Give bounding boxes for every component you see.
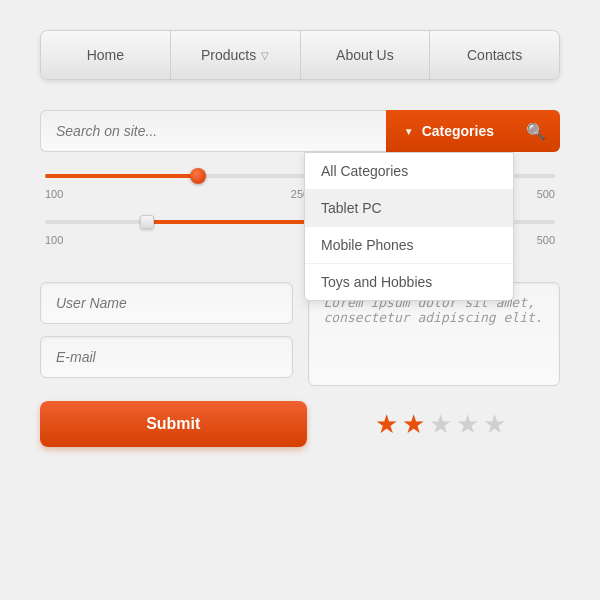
slider1-max-label: 500 <box>537 188 555 200</box>
nav-about[interactable]: About Us <box>301 31 431 79</box>
search-row: ▼ Categories 🔍 <box>40 110 560 152</box>
bottom-row: Submit ★ ★ ★ ★ ★ <box>40 401 560 447</box>
search-button[interactable]: 🔍 <box>512 110 560 152</box>
nav-products-label: Products <box>201 47 256 63</box>
slider2-max-label: 500 <box>537 234 555 246</box>
submit-label: Submit <box>146 415 200 432</box>
slider1-min-label: 100 <box>45 188 63 200</box>
chevron-down-icon: ▽ <box>261 50 269 61</box>
username-input[interactable] <box>40 282 293 324</box>
categories-label: Categories <box>422 123 494 139</box>
slider2-min-label: 100 <box>45 234 63 246</box>
nav-products[interactable]: Products ▽ <box>171 31 301 79</box>
dropdown-item-all[interactable]: All Categories <box>305 153 513 190</box>
email-input[interactable] <box>40 336 293 378</box>
nav-about-label: About Us <box>336 47 394 63</box>
navigation: Home Products ▽ About Us Contacts <box>40 30 560 80</box>
star-4[interactable]: ★ <box>456 411 479 437</box>
dropdown-item-toys[interactable]: Toys and Hobbies <box>305 264 513 300</box>
slider2-thumb-left[interactable] <box>140 215 154 229</box>
dropdown-item-label: All Categories <box>321 163 408 179</box>
dropdown-item-tablet[interactable]: Tablet PC <box>305 190 513 227</box>
search-icon: 🔍 <box>526 122 546 141</box>
dropdown-item-label: Toys and Hobbies <box>321 274 432 290</box>
dropdown-item-label: Tablet PC <box>321 200 382 216</box>
form-left <box>40 282 293 386</box>
dropdown-item-mobile[interactable]: Mobile Phones <box>305 227 513 264</box>
categories-button[interactable]: ▼ Categories <box>386 110 512 152</box>
nav-home[interactable]: Home <box>41 31 171 79</box>
categories-dropdown: All Categories Tablet PC Mobile Phones T… <box>304 152 514 301</box>
star-3[interactable]: ★ <box>429 411 452 437</box>
submit-button[interactable]: Submit <box>40 401 307 447</box>
star-5[interactable]: ★ <box>483 411 506 437</box>
star-2[interactable]: ★ <box>402 411 425 437</box>
nav-contacts-label: Contacts <box>467 47 522 63</box>
search-input[interactable] <box>40 110 386 152</box>
slider1-fill <box>45 174 198 178</box>
dropdown-item-label: Mobile Phones <box>321 237 414 253</box>
nav-contacts[interactable]: Contacts <box>430 31 559 79</box>
slider1-thumb[interactable] <box>190 168 206 184</box>
nav-home-label: Home <box>87 47 124 63</box>
star-1[interactable]: ★ <box>375 411 398 437</box>
search-section: ▼ Categories 🔍 All Categories Tablet PC … <box>40 110 560 152</box>
chevron-down-icon: ▼ <box>404 126 414 137</box>
stars-section: ★ ★ ★ ★ ★ <box>322 411 561 437</box>
